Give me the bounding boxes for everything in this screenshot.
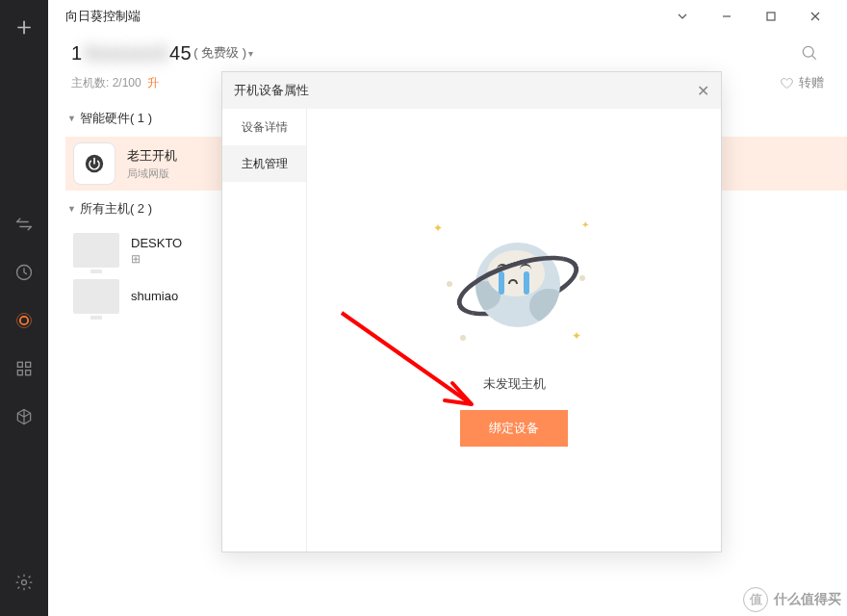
plan-label[interactable]: ( 免费级 )▾ [193,44,253,62]
device-name: 老王开机 [127,147,177,165]
account-row: 15xxxxxx345 ( 免费级 )▾ [48,33,847,73]
modal-content: ✦ ✦ ✦ [307,109,721,552]
add-icon[interactable]: ＋ [12,6,37,46]
close-button[interactable] [793,2,837,31]
device-name: shumiao [131,289,178,303]
titlebar: 向日葵控制端 [48,0,847,33]
maximize-button[interactable] [749,2,793,31]
svg-rect-3 [17,362,22,367]
minimize-button[interactable] [705,2,749,31]
left-sidebar: ＋ [0,0,48,616]
watermark-icon: 值 [743,587,768,612]
svg-rect-5 [17,371,22,375]
gift-link[interactable]: 转赠 [780,74,824,91]
device-sub: 局域网版 [127,167,177,181]
apps-icon[interactable] [0,345,48,393]
host-count: 主机数: 2/100 [71,75,141,91]
svg-point-1 [20,317,28,324]
svg-point-7 [22,580,27,585]
tab-host-manage[interactable]: 主机管理 [222,145,306,182]
upgrade-link[interactable]: 升 [147,75,159,91]
sunflower-icon[interactable] [0,296,48,345]
device-properties-modal: 开机设备属性 ✕ 设备详情 主机管理 ✦ ✦ ✦ [221,71,722,552]
device-name: DESKTO [131,236,182,250]
modal-close-icon[interactable]: ✕ [697,82,709,100]
transfer-icon[interactable] [0,200,48,248]
watermark: 值 什么值得买 [743,587,841,612]
svg-rect-8 [767,13,775,20]
heart-icon [780,76,794,90]
modal-sidebar: 设备详情 主机管理 [222,109,307,552]
main-panel: 向日葵控制端 15xxxxxx345 ( 免费级 )▾ 主机数: 2/100 升 [48,0,847,616]
account-id: 15xxxxxx345 [71,42,192,64]
collapse-button[interactable] [660,2,705,31]
monitor-icon [73,279,119,314]
app-title: 向日葵控制端 [65,8,141,25]
modal-header: 开机设备属性 ✕ [222,72,721,109]
search-icon[interactable] [789,36,830,70]
svg-rect-6 [26,371,31,375]
clock-icon[interactable] [0,248,48,296]
crying-earth-illustration: ✦ ✦ ✦ [427,214,601,358]
tab-device-detail[interactable]: 设备详情 [222,109,306,145]
power-icon [73,142,116,185]
cube-icon[interactable] [0,393,48,441]
svg-point-2 [17,314,32,328]
modal-title: 开机设备属性 [234,82,309,99]
empty-message: 未发现主机 [483,375,546,393]
windows-icon: ⊞ [131,252,141,266]
settings-icon[interactable] [0,558,48,606]
monitor-icon [73,233,119,268]
watermark-text: 什么值得买 [774,591,841,608]
bind-device-button[interactable]: 绑定设备 [460,410,568,447]
svg-point-9 [803,46,813,57]
svg-rect-4 [26,362,31,367]
